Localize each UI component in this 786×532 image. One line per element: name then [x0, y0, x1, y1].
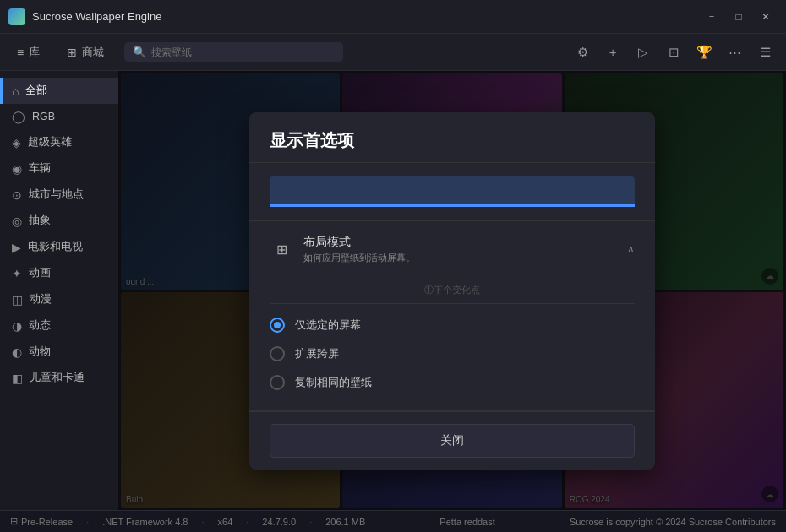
sidebar-label-cities: 城市与地点 — [29, 187, 84, 202]
status-bar: ⊞ Pre-Release · .NET Framework 4.8 · x64… — [0, 510, 786, 532]
search-box[interactable]: 🔍 — [124, 42, 342, 62]
radio-circle-extend — [270, 346, 285, 361]
sidebar-item-superheroes[interactable]: ◈ 超级英雄 — [0, 129, 118, 155]
sidebar-label-animation: 动画 — [29, 266, 51, 280]
all-icon: ⌂ — [12, 84, 19, 98]
search-input[interactable] — [151, 46, 334, 58]
dialog-title: 显示首选项 — [270, 129, 635, 152]
dynamic-icon: ◑ — [12, 319, 22, 333]
sidebar-item-all[interactable]: ⌂ 全部 — [0, 78, 118, 104]
sidebar-label-children: 儿童和卡通 — [30, 371, 85, 385]
radio-label-selected: 仅选定的屏幕 — [295, 318, 361, 333]
search-icon: 🔍 — [133, 46, 146, 58]
radio-options: 仅选定的屏幕 扩展跨屏 复制相同的壁纸 — [249, 304, 655, 410]
animals-icon: ◐ — [12, 345, 22, 359]
radio-option-selected[interactable]: 仅选定的屏幕 — [270, 311, 635, 339]
dialog-close-button[interactable]: 关闭 — [270, 424, 635, 458]
dialog-footer: 关闭 — [249, 411, 655, 470]
section-header-left: ⊞ 布局模式 如何应用壁纸到活动屏幕。 — [270, 235, 415, 264]
radio-label-extend: 扩展跨屏 — [295, 346, 339, 361]
main-layout: ⌂ 全部 ◯ RGB ◈ 超级英雄 ◉ 车辆 ⊙ 城市与地点 ◎ 抽象 ▶ 电影… — [0, 71, 786, 510]
sidebar: ⌂ 全部 ◯ RGB ◈ 超级英雄 ◉ 车辆 ⊙ 城市与地点 ◎ 抽象 ▶ 电影… — [0, 71, 118, 510]
layout-icon-symbol: ⊞ — [276, 242, 287, 258]
config-icon[interactable]: ☰ — [754, 41, 776, 63]
watermark-text: ①下个变化点 — [424, 285, 480, 295]
status-dotnet: .NET Framework 4.8 — [102, 517, 188, 527]
layout-mode-section: ⊞ 布局模式 如何应用壁纸到活动屏幕。 ∧ ①下个变化点 — [249, 221, 655, 411]
title-bar-left: Sucrose Wallpaper Engine — [8, 8, 161, 25]
radio-circle-duplicate — [270, 375, 285, 390]
sidebar-label-superheroes: 超级英雄 — [28, 135, 72, 149]
play-icon[interactable]: ▷ — [632, 41, 654, 63]
sidebar-label-all: 全部 — [25, 84, 47, 98]
display-icon[interactable]: ⊡ — [663, 41, 685, 63]
status-pre-release: ⊞ Pre-Release — [10, 516, 73, 527]
sidebar-item-animals[interactable]: ◐ 动物 — [0, 339, 118, 365]
sidebar-item-abstract[interactable]: ◎ 抽象 — [0, 208, 118, 234]
sidebar-label-vehicles: 车辆 — [29, 161, 51, 176]
rgb-icon: ◯ — [12, 110, 25, 123]
sidebar-item-animation[interactable]: ✦ 动画 — [0, 260, 118, 286]
radio-option-duplicate[interactable]: 复制相同的壁纸 — [270, 368, 635, 397]
children-icon: ◧ — [12, 372, 23, 385]
sidebar-label-abstract: 抽象 — [29, 214, 51, 228]
abstract-icon: ◎ — [12, 214, 22, 228]
dialog-overlay: 显示首选项 ⊞ — [118, 71, 786, 510]
animation-icon: ✦ — [12, 267, 22, 280]
layout-section-desc: 如何应用壁纸到活动屏幕。 — [303, 252, 415, 264]
trophy-icon[interactable]: 🏆 — [693, 41, 715, 63]
radio-circle-selected — [270, 318, 285, 333]
layout-section-name: 布局模式 — [303, 235, 415, 250]
radio-option-extend[interactable]: 扩展跨屏 — [270, 339, 635, 368]
shop-icon: ⊞ — [67, 46, 77, 59]
content-area: ound ... ☁ ☁ lor... ☁ Bulb ROG 2024 ☁ — [118, 71, 786, 510]
toolbar: ≡ 库 ⊞ 商城 🔍 ⚙ + ▷ ⊡ 🏆 ⋯ ☰ — [0, 34, 786, 71]
sidebar-label-anime: 动漫 — [30, 292, 52, 307]
radio-label-duplicate: 复制相同的壁纸 — [295, 375, 372, 390]
app-title: Sucrose Wallpaper Engine — [32, 10, 161, 23]
status-copyright: Sucrose is copyright © 2024 Sucrose Cont… — [570, 517, 776, 527]
section-header-layout[interactable]: ⊞ 布局模式 如何应用壁纸到活动屏幕。 ∧ — [249, 221, 655, 278]
anime-icon: ◫ — [12, 293, 23, 307]
blue-bar-section — [249, 163, 655, 221]
shop-nav-item[interactable]: ⊞ 商城 — [60, 41, 111, 63]
status-author: Petta reddast — [439, 517, 494, 527]
dialog: 显示首选项 ⊞ — [249, 112, 655, 470]
settings-icon[interactable]: ⚙ — [571, 41, 593, 63]
dialog-header: 显示首选项 — [249, 112, 655, 163]
sidebar-item-cities[interactable]: ⊙ 城市与地点 — [0, 182, 118, 208]
movies-icon: ▶ — [12, 241, 21, 254]
dialog-content[interactable]: ⊞ 布局模式 如何应用壁纸到活动屏幕。 ∧ ①下个变化点 — [249, 163, 655, 411]
more-icon[interactable]: ⋯ — [723, 41, 745, 63]
sidebar-label-rgb: RGB — [32, 111, 55, 122]
chevron-up-icon: ∧ — [627, 243, 635, 255]
maximize-button[interactable]: □ — [727, 8, 751, 26]
sidebar-label-animals: 动物 — [29, 345, 51, 359]
sidebar-item-dynamic[interactable]: ◑ 动态 — [0, 312, 118, 339]
close-button[interactable]: ✕ — [754, 8, 778, 26]
pre-release-icon: ⊞ — [10, 516, 18, 527]
layout-icon: ⊞ — [270, 237, 293, 261]
minimize-button[interactable]: － — [700, 8, 723, 26]
blue-bar — [270, 176, 635, 207]
superheroes-icon: ◈ — [12, 136, 21, 149]
sidebar-item-vehicles[interactable]: ◉ 车辆 — [0, 155, 118, 182]
watermark-area: ①下个变化点 — [249, 278, 655, 303]
section-info: 布局模式 如何应用壁纸到活动屏幕。 — [303, 235, 415, 264]
status-arch: x64 — [218, 517, 233, 527]
title-bar-controls: － □ ✕ — [700, 8, 778, 26]
sidebar-item-rgb[interactable]: ◯ RGB — [0, 104, 118, 129]
sidebar-item-anime[interactable]: ◫ 动漫 — [0, 286, 118, 312]
sidebar-item-children[interactable]: ◧ 儿童和卡通 — [0, 365, 118, 391]
sidebar-label-dynamic: 动态 — [29, 318, 51, 333]
library-nav-item[interactable]: ≡ 库 — [10, 41, 46, 63]
app-icon — [8, 8, 25, 25]
status-memory: 206.1 MB — [325, 517, 365, 527]
add-icon[interactable]: + — [602, 41, 624, 63]
vehicles-icon: ◉ — [12, 162, 22, 176]
sidebar-item-movies[interactable]: ▶ 电影和电视 — [0, 234, 118, 260]
title-bar: Sucrose Wallpaper Engine － □ ✕ — [0, 0, 786, 34]
library-icon: ≡ — [17, 46, 24, 59]
cities-icon: ⊙ — [12, 188, 22, 202]
toolbar-nav: ≡ 库 ⊞ 商城 — [10, 41, 111, 63]
